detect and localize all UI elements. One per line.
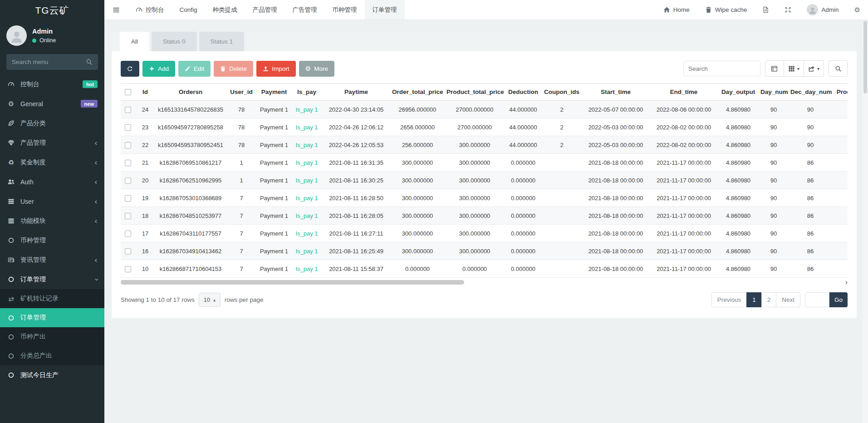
column-header-product-total-price[interactable]: Product_total_price xyxy=(445,84,505,101)
select-all-checkbox[interactable] xyxy=(125,89,131,95)
sidebar-item-user[interactable]: User‹ xyxy=(0,192,104,211)
table-row[interactable]: 19k1628670530103686897Payment 1Is_pay 12… xyxy=(121,189,848,207)
column-header-day-output[interactable]: Day_output xyxy=(718,84,759,101)
row-checkbox[interactable] xyxy=(125,213,131,219)
page-button-2[interactable]: 2 xyxy=(761,292,777,307)
is-pay-link[interactable]: Is_pay 1 xyxy=(291,242,322,260)
detail-view-button[interactable] xyxy=(765,60,784,77)
sidebar-item-coin-output[interactable]: 币种产出 xyxy=(0,327,104,346)
sidebar-item-order-management[interactable]: 订单管理‹ xyxy=(0,270,104,289)
table-row[interactable]: 22k165094595378095245178Payment 1Is_pay … xyxy=(121,136,848,154)
row-checkbox[interactable] xyxy=(125,160,131,166)
sidebar-item-auth[interactable]: Auth‹ xyxy=(0,172,104,192)
table-row[interactable]: 23k165094597278089525878Payment 1Is_pay … xyxy=(121,118,848,136)
sidebar-item-coin-management[interactable]: 币种管理 xyxy=(0,231,104,250)
column-header-product-id[interactable]: Product_id xyxy=(832,84,848,101)
is-pay-link[interactable]: Is_pay 1 xyxy=(291,189,322,207)
is-pay-link[interactable]: Is_pay 1 xyxy=(291,136,322,154)
column-header-order-total-price[interactable]: Order_total_price xyxy=(390,84,445,101)
nav-home[interactable]: Home xyxy=(656,0,697,20)
sidebar-item-function-module[interactable]: 功能模块‹ xyxy=(0,211,104,231)
table-row[interactable]: 17k1628670431101775577Payment 1Is_pay 12… xyxy=(121,225,848,242)
sidebar-item-miner-transfer-record[interactable]: ⇄矿机转让记录 xyxy=(0,289,104,308)
is-pay-link[interactable]: Is_pay 1 xyxy=(291,101,322,118)
sidebar-search-input[interactable]: Search menu xyxy=(6,54,98,70)
nav-settings-button[interactable]: ⚙ xyxy=(847,0,868,20)
sidebar-item-test-today-production[interactable]: 测试今日生产 xyxy=(0,365,104,385)
column-header-start-time[interactable]: Start_time xyxy=(582,84,650,101)
sidebar-item-general[interactable]: ⚙Generalnew xyxy=(0,94,104,113)
nav-item-product-management[interactable]: 产品管理 xyxy=(245,0,285,20)
table-row[interactable]: 20k1628670625109629951Payment 1Is_pay 12… xyxy=(121,172,848,189)
previous-page-button[interactable]: Previous xyxy=(711,292,747,307)
column-header-id[interactable]: Id xyxy=(135,84,155,101)
sidebar-item-bonus-system[interactable]: ♻奖金制度‹ xyxy=(0,152,104,172)
column-header-ordersn[interactable]: Ordersn xyxy=(155,84,226,101)
nav-document-button[interactable] xyxy=(755,0,777,20)
page-button-1[interactable]: 1 xyxy=(746,292,762,307)
is-pay-link[interactable]: Is_pay 1 xyxy=(291,207,322,225)
column-header-payment[interactable]: Payment xyxy=(257,84,291,101)
nav-item-coin-management[interactable]: 币种管理 xyxy=(325,0,365,20)
nav-item-ad-management[interactable]: 广告管理 xyxy=(285,0,325,20)
sidebar-item-order-management-sub[interactable]: 订单管理 xyxy=(0,308,104,327)
column-header-coupon-ids[interactable]: Coupon_ids xyxy=(542,84,582,101)
table-row[interactable]: 24k165133164578022683578Payment 1Is_pay … xyxy=(121,101,848,118)
nav-item-category-commission[interactable]: 种类提成 xyxy=(205,0,245,20)
row-checkbox[interactable] xyxy=(125,248,131,255)
more-button[interactable]: ⚙More xyxy=(299,61,334,77)
row-checkbox[interactable] xyxy=(125,266,131,272)
chevron-right-icon[interactable]: › xyxy=(845,278,848,286)
columns-button[interactable]: ▾ xyxy=(784,60,804,77)
menu-toggle-icon[interactable] xyxy=(104,0,128,20)
export-button[interactable]: ▾ xyxy=(804,60,824,77)
column-header-user-id[interactable]: User_id xyxy=(226,84,257,101)
goto-page-input[interactable] xyxy=(805,292,829,307)
row-checkbox[interactable] xyxy=(125,142,131,148)
is-pay-link[interactable]: Is_pay 1 xyxy=(291,154,322,172)
is-pay-link[interactable]: Is_pay 1 xyxy=(291,260,322,278)
page-size-dropdown[interactable]: 10 ▴ xyxy=(199,293,221,307)
is-pay-link[interactable]: Is_pay 1 xyxy=(291,225,322,242)
advanced-search-button[interactable] xyxy=(829,60,848,77)
sidebar-item-category-total-output[interactable]: 分类总产出 xyxy=(0,346,104,365)
table-search-input[interactable] xyxy=(683,61,760,76)
nav-fullscreen-button[interactable] xyxy=(777,0,799,20)
nav-item-config[interactable]: Config xyxy=(172,0,205,20)
refresh-button[interactable] xyxy=(121,61,139,77)
row-checkbox[interactable] xyxy=(125,177,131,184)
horizontal-scrollbar-thumb[interactable] xyxy=(121,280,464,285)
vertical-scrollbar-thumb[interactable] xyxy=(863,21,867,93)
row-checkbox[interactable] xyxy=(125,107,131,113)
table-row[interactable]: 16k1628670349104134627Payment 1Is_pay 12… xyxy=(121,242,848,260)
add-button[interactable]: Add xyxy=(142,61,175,77)
tab-status-0[interactable]: Status 0 xyxy=(152,32,197,51)
table-row[interactable]: 21k1628670695108612171Payment 1Is_pay 12… xyxy=(121,154,848,172)
nav-item-order-management[interactable]: 订单管理 xyxy=(365,0,405,20)
row-checkbox[interactable] xyxy=(125,231,131,237)
import-button[interactable]: Import xyxy=(256,61,295,77)
delete-button[interactable]: Delete xyxy=(214,61,253,77)
tab-status-1[interactable]: Status 1 xyxy=(199,32,245,51)
tab-all[interactable]: All xyxy=(120,32,149,51)
nav-wipe-cache[interactable]: Wipe cache xyxy=(697,0,755,20)
column-header-day-num[interactable]: Day_num xyxy=(759,84,789,101)
column-header-is-pay[interactable]: Is_pay xyxy=(291,84,322,101)
row-checkbox[interactable] xyxy=(125,124,131,131)
column-header-dec-day-num[interactable]: Dec_day_num xyxy=(789,84,832,101)
go-button[interactable]: Go xyxy=(829,292,848,307)
column-header-end-time[interactable]: End_time xyxy=(650,84,718,101)
is-pay-link[interactable]: Is_pay 1 xyxy=(291,172,322,189)
table-row[interactable]: 18k1628670485102539777Payment 1Is_pay 12… xyxy=(121,207,848,225)
table-row[interactable]: 10k1628668717106041537Payment 1Is_pay 12… xyxy=(121,260,848,278)
sidebar-item-product-category[interactable]: 产品分类 xyxy=(0,113,104,133)
nav-item-console[interactable]: 控制台 xyxy=(128,0,172,20)
sidebar-item-console[interactable]: 控制台hot xyxy=(0,74,104,94)
column-header-paytime[interactable]: Paytime xyxy=(322,84,390,101)
sidebar-item-product-management[interactable]: 产品管理‹ xyxy=(0,133,104,152)
nav-admin-menu[interactable]: Admin xyxy=(799,0,846,20)
sidebar-item-info-management[interactable]: 资讯管理‹ xyxy=(0,250,104,270)
edit-button[interactable]: Edit xyxy=(178,61,211,77)
next-page-button[interactable]: Next xyxy=(776,292,800,307)
column-header-deduction[interactable]: Deduction xyxy=(505,84,542,101)
